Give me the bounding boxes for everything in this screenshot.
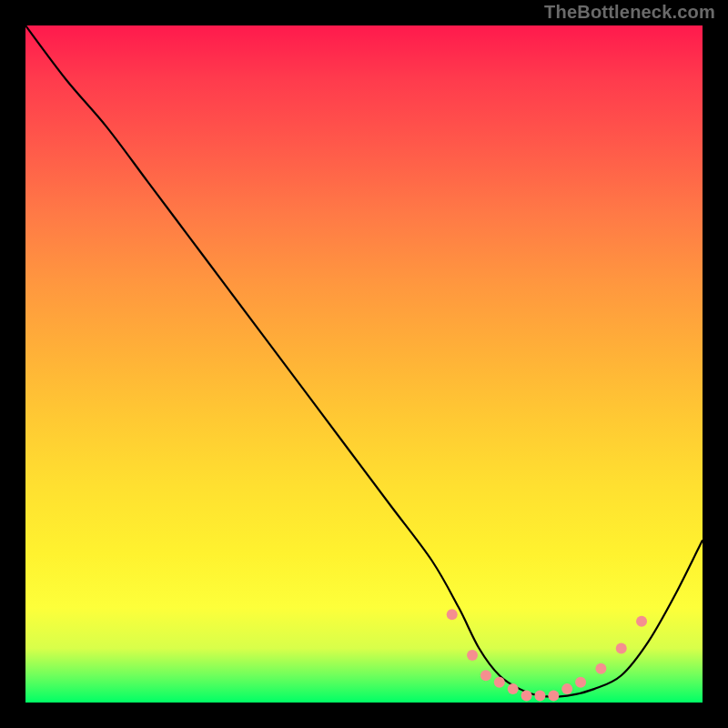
optimal-marker (561, 683, 572, 694)
optimal-marker (467, 650, 478, 661)
optimal-marker (508, 683, 519, 694)
watermark-label: TheBottleneck.com (544, 2, 715, 23)
optimal-marker (595, 663, 606, 674)
curve-svg (25, 25, 703, 703)
optimal-marker (616, 642, 627, 653)
chart-frame: TheBottleneck.com (0, 0, 728, 728)
optimal-marker (521, 691, 532, 702)
optimal-marker (636, 616, 647, 627)
optimal-marker (548, 691, 559, 702)
chart-plot-area (25, 25, 703, 703)
optimal-marker (480, 670, 491, 681)
optimal-marker (494, 677, 505, 688)
optimal-marker (447, 609, 458, 620)
bottleneck-curve (25, 25, 703, 696)
optimal-marker (575, 677, 586, 688)
optimal-marker (534, 691, 545, 702)
